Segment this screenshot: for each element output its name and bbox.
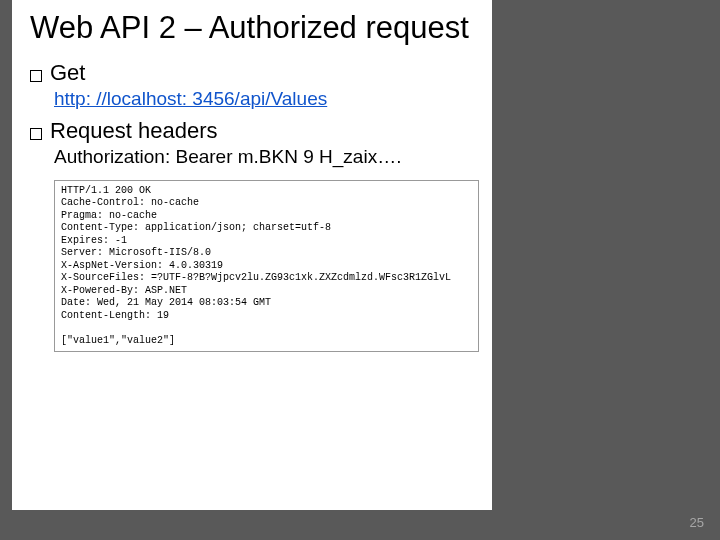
response-line: Content-Length: 19 <box>61 310 169 321</box>
authorization-header-text: Authorization: Bearer m.BKN 9 H_zaix…. <box>54 146 474 168</box>
response-line: Server: Microsoft-IIS/8.0 <box>61 247 211 258</box>
bullet-get-label: Get <box>50 60 85 86</box>
response-line: X-AspNet-Version: 4.0.30319 <box>61 260 223 271</box>
url-link[interactable]: http: //localhost: 3456/api/Values <box>54 88 474 110</box>
response-line: HTTP/1.1 200 OK <box>61 185 151 196</box>
response-line: Cache-Control: no-cache <box>61 197 199 208</box>
response-line: X-Powered-By: ASP.NET <box>61 285 187 296</box>
response-line: Pragma: no-cache <box>61 210 157 221</box>
response-line: Date: Wed, 21 May 2014 08:03:54 GMT <box>61 297 271 308</box>
bullet-box-icon <box>30 128 42 140</box>
bullet-request-headers: Request headers <box>30 118 474 144</box>
bullet-box-icon <box>30 70 42 82</box>
response-line: Content-Type: application/json; charset=… <box>61 222 331 233</box>
slide-title: Web API 2 – Authorized request <box>30 10 474 46</box>
page-number: 25 <box>690 515 704 530</box>
response-line: ["value1","value2"] <box>61 335 175 346</box>
response-line: Expires: -1 <box>61 235 127 246</box>
bullet-headers-label: Request headers <box>50 118 218 144</box>
response-line: X-SourceFiles: =?UTF-8?B?Wjpcv2lu.ZG93c1… <box>61 272 451 283</box>
http-response-box: HTTP/1.1 200 OK Cache-Control: no-cache … <box>54 180 479 353</box>
bullet-get: Get <box>30 60 474 86</box>
slide-content: Web API 2 – Authorized request Get http:… <box>12 0 492 510</box>
